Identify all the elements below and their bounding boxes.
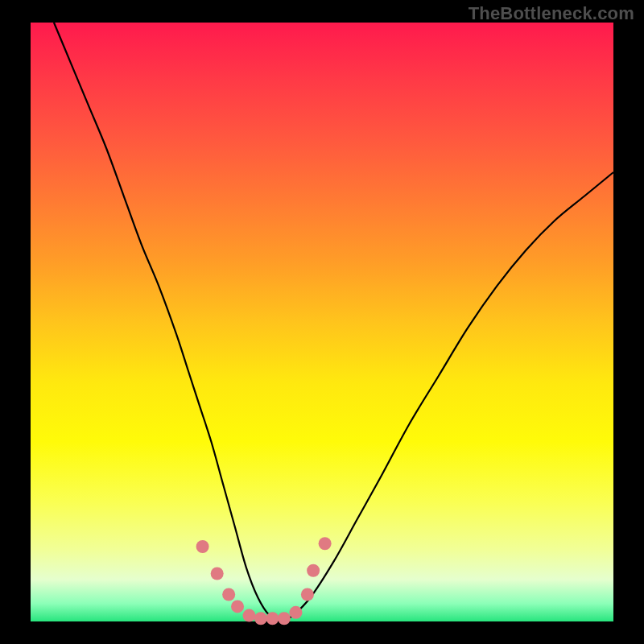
highlight-marker [301, 588, 314, 601]
highlight-marker [307, 564, 320, 577]
highlight-marker [196, 540, 209, 553]
highlight-marker [278, 612, 291, 625]
highlight-marker [243, 609, 256, 622]
chart-overlay [31, 23, 613, 621]
highlight-markers-group [196, 537, 332, 625]
highlight-marker [211, 567, 224, 580]
highlight-marker [266, 612, 279, 625]
highlight-marker [231, 600, 244, 613]
highlight-marker [222, 588, 235, 601]
watermark-text: TheBottleneck.com [469, 3, 634, 24]
chart-frame: TheBottleneck.com [0, 0, 644, 644]
highlight-marker [254, 612, 267, 625]
highlight-marker [319, 537, 332, 550]
bottleneck-curve [54, 23, 613, 621]
highlight-marker [289, 606, 302, 619]
